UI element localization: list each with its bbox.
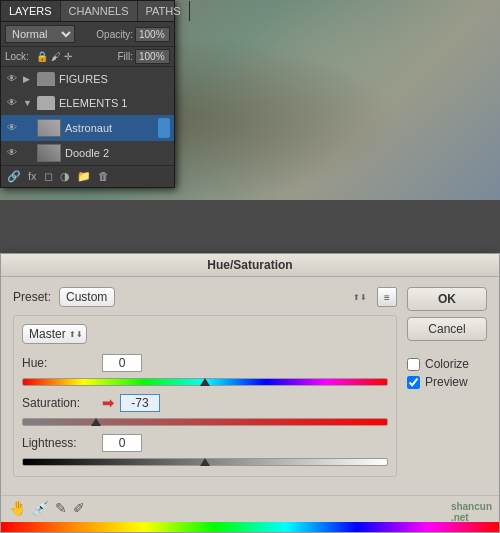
channel-row: Master [22, 324, 388, 344]
saturation-arrow-icon: ➡ [102, 395, 114, 411]
tab-layers[interactable]: LAYERS [1, 1, 61, 21]
colorize-label: Colorize [425, 357, 469, 371]
lightness-slider-row: Lightness: [22, 434, 388, 452]
preview-checkbox-row: Preview [407, 375, 487, 389]
saturation-input-wrapper: ➡ [102, 394, 388, 412]
blend-controls: Normal Opacity: [1, 22, 174, 47]
fill-label: Fill: [117, 51, 133, 62]
saturation-track-area [22, 418, 388, 426]
tab-channels[interactable]: CHANNELS [61, 1, 138, 21]
hue-label: Hue: [22, 356, 94, 370]
opacity-control: Opacity: [96, 27, 170, 42]
layers-panel: LAYERS CHANNELS PATHS Normal Opacity: Lo… [0, 0, 175, 188]
dialog-bottom-bar: 🤚 💉 ✎ ✐ [1, 495, 499, 520]
preset-label: Preset: [13, 290, 53, 304]
layers-bottom-toolbar: 🔗 fx ◻ ◑ 📁 🗑 [1, 165, 174, 187]
colorize-checkbox[interactable] [407, 358, 420, 371]
hue-slider-track[interactable] [22, 378, 388, 386]
folder-icon-2 [37, 96, 55, 110]
layer-name-elements1: ELEMENTS 1 [59, 97, 127, 109]
layer-elements1[interactable]: 👁 ▼ ELEMENTS 1 [1, 91, 174, 115]
lightness-thumb[interactable] [200, 458, 210, 466]
visibility-icon-4[interactable]: 👁 [5, 146, 19, 160]
lightness-value-input[interactable] [102, 434, 142, 452]
saturation-slider-row: Saturation: ➡ [22, 394, 388, 412]
visibility-icon[interactable]: 👁 [5, 72, 19, 86]
folder-btn-icon[interactable]: 📁 [75, 169, 93, 184]
expand-icon-2[interactable]: ▼ [23, 98, 33, 108]
dialog-left-panel: Preset: Custom ≡ Master [13, 287, 397, 485]
watermark-text: shancun [451, 501, 492, 512]
fx-icon[interactable]: fx [26, 169, 39, 184]
preset-row: Preset: Custom ≡ [13, 287, 397, 307]
layer-name-figures: FIGURES [59, 73, 108, 85]
link-icon[interactable]: 🔗 [5, 169, 23, 184]
channel-select[interactable]: Master [22, 324, 87, 344]
dialog-body: Preset: Custom ≡ Master [1, 277, 499, 495]
sliders-section: Master Hue: Sa [13, 315, 397, 477]
dialog-titlebar: Hue/Saturation [1, 254, 499, 277]
dialog-title: Hue/Saturation [207, 258, 292, 272]
layer-figures[interactable]: 👁 ▶ FIGURES [1, 67, 174, 91]
hue-saturation-dialog: Hue/Saturation Preset: Custom ≡ [0, 253, 500, 533]
hand-tool-icon[interactable]: 🤚 [9, 500, 26, 516]
lightness-track-area [22, 458, 388, 466]
lightness-input-wrapper [102, 434, 388, 452]
preset-select-wrapper: Custom [59, 287, 371, 307]
saturation-value-input[interactable] [120, 394, 160, 412]
options-section: Colorize Preview [407, 357, 487, 393]
fill-input[interactable] [135, 49, 170, 64]
brush-icon: 🖌 [51, 51, 61, 62]
lock-row: Lock: 🔒 🖌 ✛ Fill: [1, 47, 174, 67]
layer-doodle2[interactable]: 👁 Doodle 2 [1, 141, 174, 165]
eyedropper-minus-icon[interactable]: ✐ [73, 500, 85, 516]
channel-select-wrapper: Master [22, 324, 87, 344]
watermark-suffix: .net [451, 512, 469, 523]
opacity-input[interactable] [135, 27, 170, 42]
visibility-icon-3[interactable]: 👁 [5, 121, 19, 135]
preset-options-button[interactable]: ≡ [377, 287, 397, 307]
hue-slider-row: Hue: [22, 354, 388, 372]
tab-paths[interactable]: PATHS [138, 1, 190, 21]
layer-thumb-astronaut [37, 119, 61, 137]
colorize-checkbox-row: Colorize [407, 357, 487, 371]
layers-list: 👁 ▶ FIGURES 👁 ▼ ELEMENTS 1 👁 Astronaut [1, 67, 174, 165]
cancel-button[interactable]: Cancel [407, 317, 487, 341]
blend-mode-select[interactable]: Normal [5, 25, 75, 43]
hue-value-input[interactable] [102, 354, 142, 372]
eyedropper-icon[interactable]: 💉 [32, 500, 49, 516]
mask-icon[interactable]: ◻ [42, 169, 55, 184]
lock-icon: 🔒 [36, 51, 48, 62]
preset-select[interactable]: Custom [59, 287, 115, 307]
panel-tabs: LAYERS CHANNELS PATHS [1, 1, 174, 22]
trash-icon[interactable]: 🗑 [96, 169, 111, 184]
layer-badge [158, 118, 170, 138]
hue-input-wrapper [102, 354, 388, 372]
visibility-icon-2[interactable]: 👁 [5, 96, 19, 110]
canvas-background: LAYERS CHANNELS PATHS Normal Opacity: Lo… [0, 0, 500, 200]
hue-thumb[interactable] [200, 378, 210, 386]
watermark: shancun .net [451, 501, 492, 523]
eyedropper-plus-icon[interactable]: ✎ [55, 500, 67, 516]
adjustment-icon[interactable]: ◑ [58, 169, 72, 184]
fill-control: Fill: [117, 49, 170, 64]
rainbow-bar [1, 522, 499, 532]
dialog-right-panel: OK Cancel Colorize Preview [407, 287, 487, 485]
saturation-thumb[interactable] [91, 418, 101, 426]
expand-icon[interactable]: ▶ [23, 74, 33, 84]
folder-icon [37, 72, 55, 86]
saturation-label: Saturation: [22, 396, 94, 410]
layer-thumb-doodle [37, 144, 61, 162]
hue-track-area [22, 378, 388, 386]
saturation-slider-track[interactable] [22, 418, 388, 426]
opacity-label: Opacity: [96, 29, 133, 40]
lock-label: Lock: [5, 51, 29, 62]
lightness-slider-track[interactable] [22, 458, 388, 466]
move-icon: ✛ [64, 51, 72, 62]
layer-astronaut[interactable]: 👁 Astronaut [1, 115, 174, 141]
preview-label: Preview [425, 375, 468, 389]
lightness-label: Lightness: [22, 436, 94, 450]
ok-button[interactable]: OK [407, 287, 487, 311]
preview-checkbox[interactable] [407, 376, 420, 389]
layer-name-doodle2: Doodle 2 [65, 147, 109, 159]
